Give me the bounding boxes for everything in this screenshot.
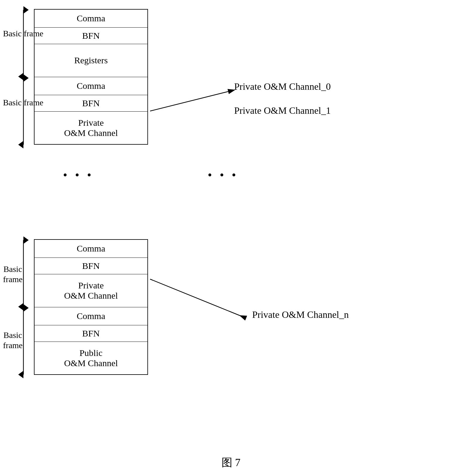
svg-line-9 [150,279,246,318]
figure-caption: 图 7 [222,455,240,470]
table-row: BFN [34,258,148,274]
cell-bfn1: BFN [34,27,148,44]
bottom-diagram-table: Comma BFN PrivateO&M Channel Comma [34,239,148,375]
table-row: PrivateO&M Channel [34,111,148,144]
channel1-label: Private O&M Channel_1 [234,105,331,116]
cell-public4: PublicO&M Channel [34,342,148,375]
dots-row-top: • • • • • • [63,168,238,182]
frame2-label-bottom: Basicframe [3,330,23,350]
cell-private3: PrivateO&M Channel [34,274,148,307]
table-row: PrivateO&M Channel [34,274,148,307]
table-row: Comma [34,307,148,325]
table-row: Comma [34,9,148,27]
channel0-label: Private O&M Channel_0 [234,81,331,92]
frame1-label-bottom: Basicframe [3,264,23,284]
cell-bfn3: BFN [34,258,148,274]
svg-line-6 [150,92,228,111]
table-row: Comma [34,240,148,258]
cell-comma4: Comma [34,307,148,325]
table-row: BFN [34,325,148,342]
cell-comma2: Comma [34,77,148,95]
cell-comma1: Comma [34,9,148,27]
cell-bfn4: BFN [34,325,148,342]
cell-bfn2: BFN [34,95,148,111]
table-row: Registers [34,44,148,77]
cell-registers1: Registers [34,44,148,77]
cell-private2: PrivateO&M Channel [34,111,148,144]
table-row: PublicO&M Channel [34,342,148,375]
table-row: BFN [34,95,148,111]
table-row: Comma [34,77,148,95]
table-row: BFN [34,27,148,44]
channel-n-label: Private O&M Channel_n [252,309,349,320]
top-diagram-table: Comma BFN Registers Comma BFN [34,9,148,145]
diagram-container: Basic frame Basic frame Comma BFN Regist… [0,0,462,476]
cell-comma3: Comma [34,240,148,258]
